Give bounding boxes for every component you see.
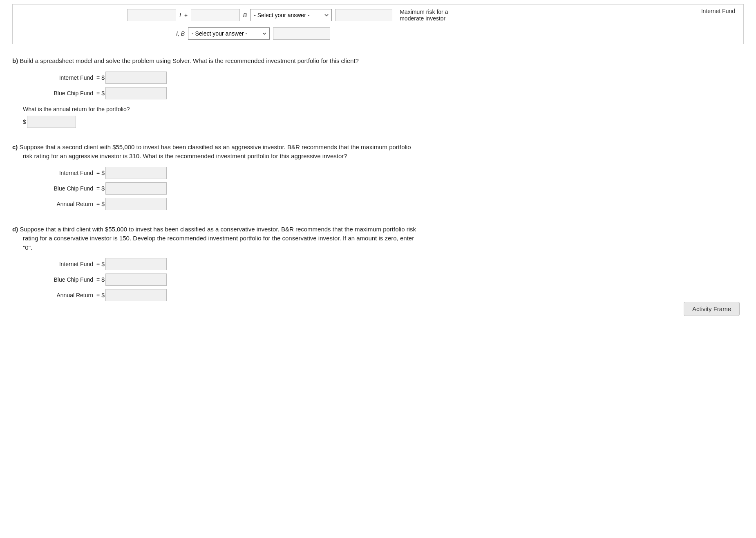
section-c-header: c) Suppose that a second client with $55… — [12, 143, 744, 161]
equals-b-internet: = — [96, 74, 100, 81]
dollar-annual-b: $ — [23, 119, 26, 125]
blue-chip-fund-label-d: Blue Chip Fund — [23, 276, 96, 283]
select-answer-row1[interactable]: - Select your answer - ≤ ≥ = — [250, 9, 332, 21]
annual-return-input-c[interactable] — [105, 198, 167, 210]
equals-d-annual: = — [96, 292, 100, 298]
answer-input-row1[interactable] — [335, 9, 392, 21]
dollar-d-blue: $ — [101, 276, 105, 283]
internet-fund-label-c: Internet Fund — [23, 170, 96, 176]
equals-d-blue: = — [96, 276, 100, 283]
internet-fund-label-b: Internet Fund — [23, 74, 96, 81]
dollar-d-annual: $ — [101, 292, 105, 298]
dollar-d-internet: $ — [101, 261, 105, 267]
dollar-b-internet: $ — [101, 74, 105, 81]
internet-fund-top-label: Internet Fund — [701, 8, 735, 14]
formula-input-b[interactable] — [191, 9, 240, 21]
internet-fund-row-c: Internet Fund = $ — [23, 167, 744, 179]
equals-c-blue: = — [96, 185, 100, 192]
internet-fund-input-b[interactable] — [105, 72, 167, 84]
activity-frame-button[interactable]: Activity Frame — [684, 302, 740, 316]
annual-return-row-c: Annual Return = $ — [23, 198, 744, 210]
section-b: b) Build a spreadsheet model and solve t… — [12, 56, 744, 128]
section-b-header: b) Build a spreadsheet model and solve t… — [12, 56, 744, 66]
blue-chip-fund-row-b: Blue Chip Fund = $ — [23, 87, 744, 99]
annual-return-row-d: Annual Return = $ — [23, 289, 744, 301]
annual-return-input-b[interactable] — [27, 116, 76, 128]
blue-chip-fund-input-d[interactable] — [105, 273, 167, 286]
dollar-c-internet: $ — [101, 170, 105, 176]
annual-return-row-b: $ — [23, 116, 744, 128]
blue-chip-fund-label-b: Blue Chip Fund — [23, 90, 96, 96]
internet-fund-row-b: Internet Fund = $ — [23, 72, 744, 84]
internet-fund-row-d: Internet Fund = $ — [23, 258, 744, 270]
blue-chip-fund-row-d: Blue Chip Fund = $ — [23, 273, 744, 286]
equals-b-blue: = — [96, 90, 100, 96]
annual-return-label-d: Annual Return — [23, 292, 96, 298]
equals-c-internet: = — [96, 170, 100, 176]
equals-d-internet: = — [96, 261, 100, 267]
section-d: d) Suppose that a third client with $55,… — [12, 225, 744, 302]
annual-return-label-c: Annual Return — [23, 201, 96, 207]
select-answer-row2[interactable]: - Select your answer - ≤ ≥ = — [188, 27, 270, 40]
answer-input-row2[interactable] — [273, 27, 330, 40]
section-d-header: d) Suppose that a third client with $55,… — [12, 225, 744, 253]
internet-fund-input-c[interactable] — [105, 167, 167, 179]
ib-label: I, B — [176, 30, 185, 37]
section-c: c) Suppose that a second client with $55… — [12, 143, 744, 210]
dollar-c-annual: $ — [101, 201, 105, 207]
blue-chip-fund-row-c: Blue Chip Fund = $ — [23, 182, 744, 195]
dollar-c-blue: $ — [101, 185, 105, 192]
blue-chip-fund-input-b[interactable] — [105, 87, 167, 99]
annual-return-input-d[interactable] — [105, 289, 167, 301]
blue-chip-fund-input-c[interactable] — [105, 182, 167, 195]
internet-fund-input-d[interactable] — [105, 258, 167, 270]
formula-input-i[interactable] — [127, 9, 176, 21]
internet-fund-label-d: Internet Fund — [23, 261, 96, 267]
annual-return-question-b: What is the annual return for the portfo… — [23, 106, 744, 112]
plus-label: I + — [179, 12, 188, 18]
blue-chip-fund-label-c: Blue Chip Fund — [23, 185, 96, 192]
dollar-b-blue: $ — [101, 90, 105, 96]
max-risk-label: Maximum risk for amoderate investor — [400, 9, 448, 22]
equals-c-annual: = — [96, 201, 100, 207]
b-label: B — [243, 12, 247, 18]
